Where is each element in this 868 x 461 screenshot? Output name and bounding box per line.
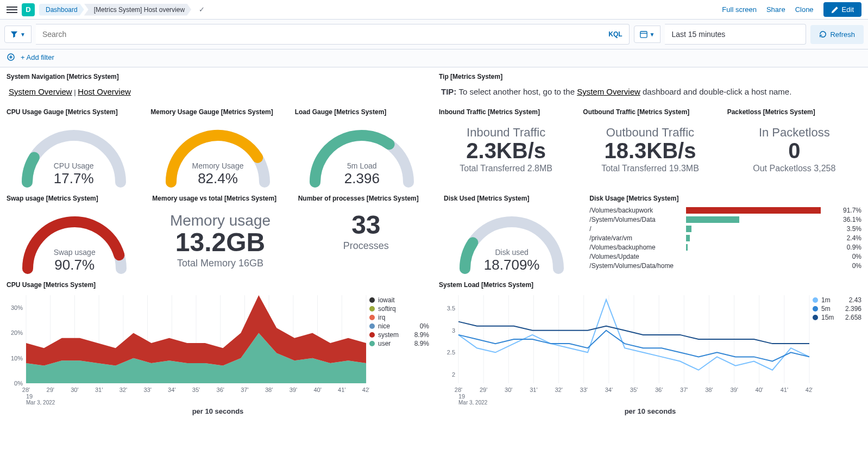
legend-item: iowait xyxy=(369,296,429,304)
menu-toggle[interactable] xyxy=(7,5,17,15)
legend-value: 0% xyxy=(420,322,429,330)
svg-text:28': 28' xyxy=(455,387,462,393)
panel-title: Tip [Metrics System] xyxy=(439,73,861,80)
panel-system-load-chart: System Load [Metrics System] 28'29'30'31… xyxy=(436,279,865,418)
clone-button[interactable]: Clone xyxy=(795,5,814,14)
legend-value: 8.9% xyxy=(414,340,429,347)
svg-text:10%: 10% xyxy=(11,355,23,362)
panel-title: Inbound Traffic [Metrics System] xyxy=(439,108,573,116)
link-host-overview[interactable]: Host Overview xyxy=(78,87,131,96)
disk-label: /Volumes/backuphome xyxy=(589,244,682,251)
cpu-chart: 28'29'30'31'32'33'34'35'36'37'38'39'40'4… xyxy=(7,291,369,405)
legend-name: iowait xyxy=(378,296,395,304)
legend-item: user8.9% xyxy=(369,340,429,347)
svg-text:19: 19 xyxy=(458,393,465,400)
svg-text:37': 37' xyxy=(680,387,688,393)
query-language-toggle[interactable]: ▼ xyxy=(4,26,32,43)
svg-text:35': 35' xyxy=(630,387,638,393)
svg-text:30%: 30% xyxy=(11,304,23,311)
link-system-overview-tip[interactable]: System Overview xyxy=(577,87,640,96)
legend-dot xyxy=(813,297,818,303)
legend-item: nice0% xyxy=(369,322,429,330)
svg-text:39': 39' xyxy=(730,387,738,393)
panel-disk-used: Disk Used [Metrics System] Disk used 18.… xyxy=(441,192,583,276)
svg-text:42': 42' xyxy=(806,387,813,393)
legend-dot xyxy=(369,341,375,346)
panel-tip: Tip [Metrics System] TIP: To select anot… xyxy=(436,71,865,103)
disk-row: /System/Volumes/Data 36.1% xyxy=(589,216,861,223)
disk-row: /private/var/vm 2.4% xyxy=(589,234,861,242)
disk-label: /Volumes/Update xyxy=(589,253,682,260)
disk-value: 0% xyxy=(837,253,861,260)
metric-sub: Total Memory 16GB xyxy=(152,258,288,269)
refresh-icon xyxy=(819,30,827,38)
filter-settings-icon[interactable] xyxy=(7,53,15,61)
full-screen-button[interactable]: Full screen xyxy=(722,5,757,14)
metric-value: 2.3KB/s xyxy=(439,140,573,161)
panel-title: Outbound Traffic [Metrics System] xyxy=(583,108,717,116)
disk-label: /System/Volumes/Data xyxy=(589,216,682,223)
share-button[interactable]: Share xyxy=(766,5,785,14)
disk-row: / 3.5% xyxy=(589,225,861,233)
app-logo[interactable]: D xyxy=(22,3,35,16)
panel-memory-usage: Memory usage vs total [Metrics System] M… xyxy=(149,192,291,276)
svg-text:40': 40' xyxy=(313,387,321,393)
breadcrumb: Dashboard [Metrics System] Host overview xyxy=(39,4,191,16)
panel-title: System Load [Metrics System] xyxy=(439,281,861,289)
disk-bar xyxy=(686,226,691,232)
disk-bar xyxy=(686,216,739,223)
search-input[interactable] xyxy=(36,24,602,44)
add-filter-button[interactable]: + Add filter xyxy=(21,53,54,61)
disk-label: /private/var/vm xyxy=(589,234,682,242)
disk-bar xyxy=(686,235,689,241)
disk-value: 0% xyxy=(837,262,861,270)
metric-label: Inbound Traffic xyxy=(439,126,573,140)
disk-row: /Volumes/Update 0% xyxy=(589,253,861,260)
calendar-icon xyxy=(640,30,647,38)
breadcrumb-dashboard[interactable]: Dashboard xyxy=(39,4,84,16)
legend-name: 15m xyxy=(821,314,834,321)
legend-dot xyxy=(369,306,375,312)
svg-text:38': 38' xyxy=(705,387,713,393)
panel-title: Packetloss [Metrics System] xyxy=(727,108,861,116)
legend-value: 2.658 xyxy=(845,314,861,321)
metric-value: 13.2GB xyxy=(152,229,288,256)
breadcrumb-current[interactable]: [Metrics System] Host overview xyxy=(84,4,191,16)
disk-row: /System/Volumes/Data/home 0% xyxy=(589,262,861,270)
link-system-overview[interactable]: System Overview xyxy=(9,87,72,96)
panel-cpu-usage-chart: CPU Usage [Metrics System] 28'29'30'31'3… xyxy=(3,279,432,418)
svg-text:31': 31' xyxy=(95,387,103,393)
filter-icon xyxy=(10,30,18,38)
legend-item: irq xyxy=(369,314,429,321)
legend-value: 8.9% xyxy=(414,331,429,339)
metric-sub: Processes xyxy=(298,240,434,252)
panel-title: CPU Usage Gauge [Metrics System] xyxy=(7,108,141,116)
svg-text:36': 36' xyxy=(217,387,224,393)
legend-name: 5m xyxy=(821,305,831,313)
kql-toggle[interactable]: KQL xyxy=(602,30,628,38)
disk-row: /Volumes/backupwork 91.7% xyxy=(589,207,861,214)
chevron-down-icon: ▼ xyxy=(20,32,26,38)
time-range[interactable]: Last 15 minutes xyxy=(665,24,806,45)
disk-value: 2.4% xyxy=(837,234,861,242)
date-picker-toggle[interactable]: ▼ xyxy=(634,26,661,43)
metric-sub: Total Transferred 19.3MB xyxy=(583,164,717,173)
metric-label: Outbound Traffic xyxy=(583,126,717,140)
metric-value: 18.3KB/s xyxy=(583,140,717,161)
legend-name: 1m xyxy=(821,296,831,304)
metric-label: In Packetloss xyxy=(727,126,861,140)
legend-item: softirq xyxy=(369,305,429,313)
svg-text:2.5: 2.5 xyxy=(447,349,455,356)
svg-text:41': 41' xyxy=(338,387,345,393)
legend-name: user xyxy=(378,340,391,347)
svg-text:29': 29' xyxy=(47,387,54,393)
svg-text:Mar 3, 2022: Mar 3, 2022 xyxy=(458,400,488,405)
panel-in-packetloss: Packetloss [Metrics System] In Packetlos… xyxy=(724,106,865,189)
edit-button[interactable]: Edit xyxy=(823,2,861,17)
svg-text:40': 40' xyxy=(756,387,763,393)
svg-text:33': 33' xyxy=(143,387,151,393)
svg-text:35': 35' xyxy=(192,387,200,393)
svg-text:19: 19 xyxy=(26,393,33,400)
refresh-button[interactable]: Refresh xyxy=(810,25,864,44)
svg-text:38': 38' xyxy=(265,387,273,393)
